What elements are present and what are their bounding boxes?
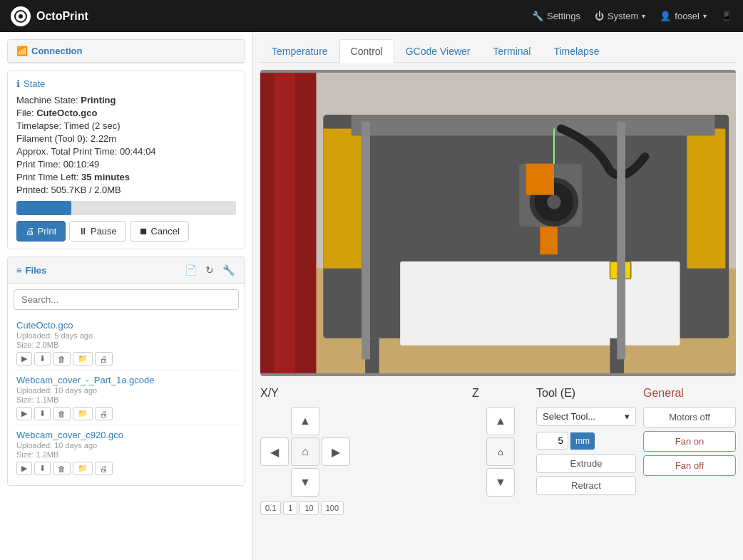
svg-rect-11 (352, 115, 715, 135)
step-01-button[interactable]: 0.1 (260, 501, 281, 515)
fan-off-button[interactable]: Fan off (643, 455, 736, 476)
machine-state-row: Machine State: Printing (16, 95, 236, 105)
file-move-button[interactable]: 📁 (73, 462, 93, 475)
fan-on-button[interactable]: Fan on (643, 431, 736, 452)
z-plus-button[interactable]: ▲ (486, 407, 515, 435)
xy-step-sizes: 0.1 1 10 100 (260, 501, 465, 515)
navbar-right: 🔧 Settings ⏻ System ▾ 👤 foosel ▾ 📱 (532, 11, 732, 21)
mm-unit-label: mm (570, 432, 595, 450)
empty-cell (260, 407, 289, 435)
wrench-button[interactable]: 🔧 (221, 263, 236, 277)
settings-icon: 🔧 (532, 11, 543, 21)
xy-home-button[interactable]: ⌂ (291, 437, 319, 466)
tab-temperature[interactable]: Temperature (260, 39, 339, 63)
print-button[interactable]: 🖨 Print (16, 221, 66, 242)
connection-heading[interactable]: 📶 Connection (8, 40, 245, 63)
sidebar: 📶 Connection ℹ State Machine State: Prin… (0, 32, 253, 560)
file-row: File: CuteOcto.gco (16, 108, 236, 118)
file-name[interactable]: Webcam_cover_-_Part_1a.gcode (16, 375, 236, 385)
controls-section: X/Y ▲ ◀ ⌂ ▶ ▼ 0.1 1 10 100 (260, 387, 736, 515)
file-name[interactable]: Webcam_cover_c920.gco (16, 430, 236, 440)
mobile-link[interactable]: 📱 (721, 11, 732, 21)
tab-timelapse[interactable]: Timelapse (542, 39, 610, 63)
filament-row: Filament (Tool 0): 2.22m (16, 133, 236, 144)
file-download-button[interactable]: ⬇ (34, 407, 51, 420)
progress-bar-fill (16, 201, 71, 215)
tool-label: Tool (E) (536, 387, 636, 400)
file-print-button[interactable]: 🖨 (95, 462, 113, 475)
file-load-button[interactable]: ▶ (16, 462, 32, 475)
content-area: Temperature Control GCode Viewer Termina… (253, 32, 743, 560)
file-uploaded: Uploaded: 10 days ago (16, 441, 236, 450)
x-plus-button[interactable]: ▶ (322, 437, 350, 466)
extrude-mm-input[interactable] (536, 432, 568, 450)
svg-rect-6 (275, 73, 295, 373)
xy-control: X/Y ▲ ◀ ⌂ ▶ ▼ 0.1 1 10 100 (260, 387, 465, 515)
y-minus-button[interactable]: ▼ (291, 468, 319, 497)
svg-rect-9 (687, 129, 725, 269)
connection-title: Connection (31, 46, 83, 56)
svg-rect-8 (323, 129, 362, 269)
app-brand: OctoPrint (11, 6, 88, 26)
tab-terminal[interactable]: Terminal (482, 39, 543, 63)
x-minus-button[interactable]: ◀ (260, 437, 289, 466)
tool-control: Tool (E) Select Tool... ▾ mm Extrude Ret… (536, 387, 636, 515)
search-input[interactable] (14, 289, 239, 310)
pause-button[interactable]: ⏸ Pause (69, 221, 125, 242)
print-controls: 🖨 Print ⏸ Pause ⏹ Cancel (16, 221, 236, 242)
svg-point-15 (547, 195, 561, 209)
extrude-button[interactable]: Extrude (536, 454, 636, 473)
file-delete-button[interactable]: 🗑 (53, 407, 71, 420)
file-action-group: ▶ ⬇ 🗑 📁 🖨 (16, 407, 236, 420)
z-home-button[interactable]: ⌂ (486, 437, 515, 466)
step-1-button[interactable]: 1 (283, 501, 297, 515)
state-panel: ℹ State Machine State: Printing File: Cu… (7, 71, 245, 249)
svg-rect-10 (400, 261, 680, 346)
file-print-button[interactable]: 🖨 (95, 407, 113, 420)
upload-button[interactable]: 📄 (183, 263, 198, 277)
settings-link[interactable]: 🔧 Settings (532, 11, 580, 21)
connection-panel: 📶 Connection (7, 39, 245, 63)
file-move-button[interactable]: 📁 (73, 352, 93, 365)
y-plus-button[interactable]: ▲ (291, 407, 319, 435)
motors-off-button[interactable]: Motors off (643, 407, 736, 427)
printed-row: Printed: 505.7KB / 2.0MB (16, 185, 236, 195)
tab-gcode[interactable]: GCode Viewer (394, 39, 482, 63)
list-item: Webcam_cover_c920.gco Uploaded: 10 days … (14, 425, 239, 479)
xy-label: X/Y (260, 387, 465, 400)
files-panel: ≡ Files 📄 ↻ 🔧 CuteOcto.gco Uploaded: 5 d… (7, 256, 245, 486)
file-download-button[interactable]: ⬇ (34, 352, 51, 365)
file-load-button[interactable]: ▶ (16, 352, 32, 365)
file-action-group: ▶ ⬇ 🗑 📁 🖨 (16, 462, 236, 475)
state-body: ℹ State Machine State: Printing File: Cu… (8, 71, 245, 249)
file-size: Size: 1.1MB (16, 395, 236, 404)
file-action-group: ▶ ⬇ 🗑 📁 🖨 (16, 352, 236, 365)
refresh-button[interactable]: ↻ (204, 263, 215, 277)
app-logo (11, 6, 31, 26)
file-name[interactable]: CuteOcto.gco (16, 320, 236, 331)
file-uploaded: Uploaded: 10 days ago (16, 386, 236, 395)
webcam-container: ⚠ (260, 70, 736, 376)
user-icon: 👤 (660, 11, 671, 21)
step-100-button[interactable]: 100 (321, 501, 344, 515)
z-minus-button[interactable]: ▼ (486, 468, 515, 497)
cancel-button[interactable]: ⏹ Cancel (130, 221, 189, 242)
tool-select-dropdown[interactable]: Select Tool... ▾ (536, 407, 636, 426)
step-10-button[interactable]: 10 (299, 501, 318, 515)
user-link[interactable]: 👤 foosel ▾ (660, 11, 707, 21)
retract-button[interactable]: Retract (536, 476, 636, 495)
file-delete-button[interactable]: 🗑 (53, 352, 71, 365)
svg-rect-16 (526, 164, 554, 195)
info-icon: ℹ (16, 78, 20, 89)
file-download-button[interactable]: ⬇ (34, 462, 51, 475)
file-move-button[interactable]: 📁 (73, 407, 93, 420)
file-delete-button[interactable]: 🗑 (53, 462, 71, 475)
tab-control[interactable]: Control (339, 39, 394, 63)
file-print-button[interactable]: 🖨 (95, 352, 113, 365)
general-label: General (643, 387, 736, 400)
file-load-button[interactable]: ▶ (16, 407, 32, 420)
time-left-row: Print Time Left: 35 minutes (16, 172, 236, 182)
webcam-image: ⚠ (260, 70, 736, 376)
system-link[interactable]: ⏻ System ▾ (595, 11, 645, 21)
files-title: ≡ Files (16, 265, 46, 276)
